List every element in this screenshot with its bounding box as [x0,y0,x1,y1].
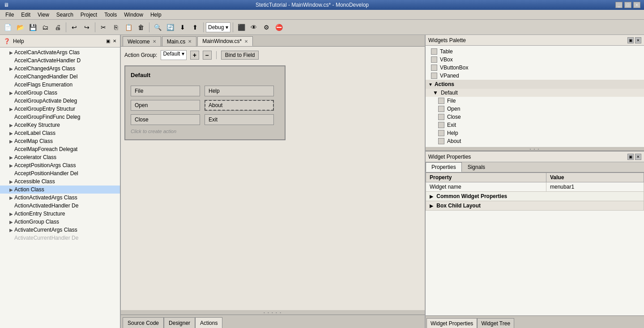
list-item[interactable]: AccelGroupActivate Deleg [0,97,120,105]
list-item[interactable]: AccelGroupFindFunc Deleg [0,113,120,121]
action-item-close[interactable]: Close [426,113,644,121]
menu-tools[interactable]: Tools [101,11,120,19]
action-exit-button[interactable]: Exit [205,114,274,125]
replace-button[interactable]: 🔄 [164,22,176,33]
widget-vbox[interactable]: VBox [426,56,644,64]
open-button[interactable]: 📂 [14,22,26,33]
copy-button[interactable]: ⎘ [110,22,122,33]
list-item[interactable]: ActivateCurrentHandler De [0,234,120,242]
list-item[interactable]: AccelFlags Enumeration [0,81,120,89]
tab-main-cs-close-icon[interactable]: ✕ [188,39,192,44]
minimize-button[interactable]: _ [615,2,623,8]
stop-debug-button[interactable]: ⛔ [273,22,285,33]
tab-welcome-close-icon[interactable]: ✕ [153,39,156,44]
widget-vbuttonbox[interactable]: VButtonBox [426,64,644,72]
action-about-button[interactable]: About [205,100,274,111]
remove-action-group-button[interactable]: – [203,51,212,60]
section-cell[interactable]: ▶ Common Widget Properties [426,192,644,201]
list-item[interactable]: ▶AccelChangedArgs Class [0,65,120,73]
new-file-button[interactable]: 📄 [2,22,13,33]
window-controls[interactable]: _ □ × [615,2,640,8]
menu-help[interactable]: Help [147,11,165,19]
tab-mainwindow-cs-close-icon[interactable]: ✕ [244,39,248,44]
actions-default-section[interactable]: ▼ Default [426,89,644,97]
find-next-button[interactable]: ⬇ [177,22,188,33]
section-cell[interactable]: ▶ Box Child Layout [426,201,644,211]
menu-view[interactable]: View [34,11,53,19]
list-item[interactable]: ▶AccelGroup Class [0,89,120,97]
close-button[interactable]: × [633,2,640,8]
menu-search[interactable]: Search [53,11,77,19]
undo-button[interactable]: ↩ [68,22,80,33]
tab-signals[interactable]: Signals [462,162,491,172]
redo-button[interactable]: ↪ [81,22,93,33]
list-item[interactable]: ▶AccelCanActivateArgs Clas [0,48,120,56]
list-item[interactable]: AccelCanActivateHandler D [0,56,120,65]
action-open-button[interactable]: Open [131,100,200,111]
save-all-button[interactable]: 🗂 [39,22,51,33]
tab-source-code[interactable]: Source Code [123,317,164,328]
list-item[interactable]: ▶AccelMap Class [0,137,120,145]
widget-table[interactable]: Table [426,47,644,56]
delete-button[interactable]: 🗑 [135,22,147,33]
action-item-help[interactable]: Help [426,129,644,137]
list-item[interactable]: ▶ActionGroup Class [0,218,120,226]
widget-vpaned[interactable]: VPaned [426,72,644,80]
wp-close-icon[interactable]: ✕ [635,37,641,43]
menu-file[interactable]: File [2,11,17,19]
list-item[interactable]: ▶AccelKey Structure [0,121,120,129]
watch-button[interactable]: 👁 [248,22,260,33]
action-item-exit[interactable]: Exit [426,121,644,129]
value-cell[interactable]: menubar1 [546,182,644,192]
list-item[interactable]: ▶AccelGroupEntry Structur [0,105,120,113]
add-action-group-button[interactable]: + [190,51,199,60]
paste-button[interactable]: 📋 [123,22,134,33]
list-item[interactable]: AcceptPositionHandler Del [0,169,120,177]
maximize-button[interactable]: □ [624,2,631,8]
left-panel-minimize-icon[interactable]: ✕ [113,39,116,43]
menu-edit[interactable]: Edit [17,11,34,19]
list-item[interactable]: ▶ActionEntry Structure [0,210,120,218]
tab-widget-properties[interactable]: Widget Properties [426,318,477,328]
debug-dropdown[interactable]: Debug ▾ [206,22,230,32]
tab-designer[interactable]: Designer [164,317,195,328]
action-file-button[interactable]: File [131,86,200,96]
menu-window[interactable]: Window [120,11,147,19]
cut-button[interactable]: ✂ [98,22,109,33]
action-item-about[interactable]: About [426,137,644,145]
action-item-file[interactable]: File [426,97,644,105]
wp-minimize-icon[interactable]: ▣ [627,37,634,43]
action-close-button[interactable]: Close [131,114,200,125]
center-resize-handle[interactable]: • • • • • [121,310,425,315]
list-item[interactable]: ▶Accessible Class [0,177,120,186]
list-item[interactable]: ▶Accelerator Class [0,153,120,161]
click-to-create-text[interactable]: Click to create action [131,129,279,134]
menu-project[interactable]: Project [77,11,101,19]
save-button[interactable]: 💾 [27,22,38,33]
left-panel-close-icon[interactable]: ▣ [106,39,110,43]
tab-mainwindow-cs[interactable]: MainWindow.cs* ✕ [197,36,253,46]
threads-button[interactable]: ⚙ [260,22,272,33]
tab-actions[interactable]: Actions [195,317,222,328]
bind-to-field-button[interactable]: Bind to Field [221,51,259,60]
list-item[interactable]: AccelChangedHandler Del [0,73,120,81]
list-item[interactable]: ▶Action Class [0,186,120,194]
tab-main-cs[interactable]: Main.cs ✕ [162,36,196,46]
actions-section-header[interactable]: ▼ Actions [426,80,644,89]
tab-properties[interactable]: Properties [426,162,462,172]
table-row[interactable]: ▶ Box Child Layout [426,201,644,211]
find-prev-button[interactable]: ⬆ [189,22,201,33]
tab-widget-tree[interactable]: Widget Tree [477,318,514,328]
list-item[interactable]: ▶AccelLabel Class [0,129,120,137]
list-item[interactable]: ▶ActionActivatedArgs Class [0,194,120,202]
action-item-open[interactable]: Open [426,105,644,113]
action-group-dropdown[interactable]: Default ▾ [161,50,186,60]
print-button[interactable]: 🖨 [52,22,64,33]
list-item[interactable]: ▶ActivateCurrentArgs Class [0,226,120,234]
search-button[interactable]: 🔍 [152,22,163,33]
list-item[interactable]: AccelMapForeach Delegat [0,145,120,153]
table-row[interactable]: ▶ Common Widget Properties [426,192,644,201]
breakpoints-button[interactable]: ⬛ [235,22,247,33]
list-item[interactable]: ▶AcceptPositionArgs Class [0,161,120,169]
action-help-button[interactable]: Help [205,86,274,96]
